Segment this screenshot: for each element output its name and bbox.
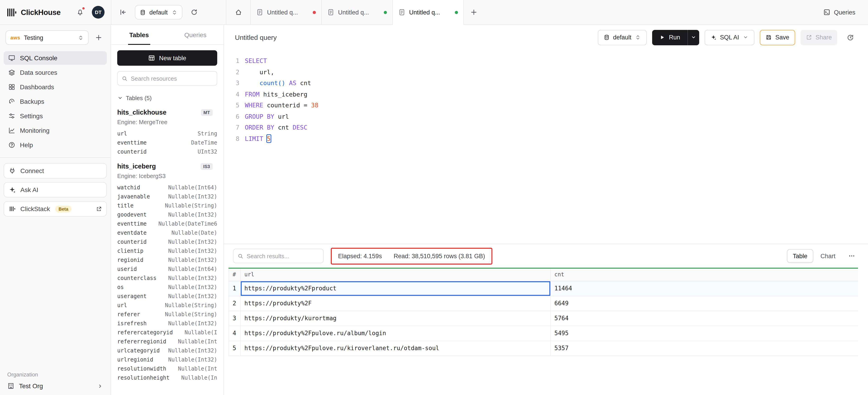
line-number: 2 [224,66,239,78]
column-header-num[interactable]: # [229,268,241,281]
share-icon [806,34,812,40]
sidebar-item-connect[interactable]: Connect [4,163,107,178]
sidebar-item-sql-console[interactable]: SQL Console [4,51,107,65]
column-name: referer [117,311,140,317]
search-resources-box [117,71,217,86]
url-cell[interactable]: https://produkty%2Fpulove.ru/kiroverlane… [241,341,551,356]
column-name: resolutionheight [117,375,169,381]
home-tab[interactable] [226,0,251,25]
query-tab[interactable]: Untitled q... [322,0,393,25]
sidebar-item-ask-ai[interactable]: Ask AI [4,182,107,198]
cnt-cell[interactable]: 11464 [551,281,858,296]
results-table: # url cnt 1https://produkty%2Fproduct114… [228,268,858,356]
share-button[interactable]: Share [801,30,837,45]
chevron-right-icon [97,383,103,389]
save-button-label: Save [775,34,789,41]
table-engine: Engine: IcebergS3 [117,173,217,179]
query-tab[interactable]: Untitled q... [393,0,464,25]
tables-section-toggle[interactable]: Tables (5) [117,95,217,102]
organization-selector[interactable]: Test Org [7,382,103,390]
plus-icon [470,9,477,16]
sidebar-item-clickstack[interactable]: ClickStackBeta [4,201,107,217]
text-cursor: 5 [267,135,271,142]
search-resources-input[interactable] [131,75,213,82]
new-tab-button[interactable] [467,6,480,19]
sql-editor[interactable]: 12345678 SELECT url, count() AS cntFROM … [224,50,868,244]
save-button[interactable]: Save [760,30,795,45]
add-service-button[interactable] [92,31,105,44]
row-number-cell[interactable]: 3 [229,311,241,326]
sidebar-item-label: Help [20,141,33,148]
tab-tables[interactable]: Tables [111,25,167,45]
column-type: Nullable(Int32) [168,320,217,327]
url-cell[interactable]: https://produkty%2Fpulove.ru/album/login [241,326,551,341]
refresh-button[interactable] [188,6,200,19]
row-number-cell[interactable]: 1 [229,281,241,296]
column-name: userid [117,266,137,272]
sidebar-item-help[interactable]: Help [4,138,107,152]
url-cell[interactable]: https://produkty%2Fproduct [241,281,551,296]
clickhouse-home-link[interactable]: ClickHouse [7,8,61,17]
new-table-button[interactable]: New table [117,50,217,66]
aws-logo: aws [10,35,20,40]
sidebar-item-backups[interactable]: Backups [4,95,107,108]
run-button[interactable]: Run [652,30,687,45]
cnt-cell[interactable]: 5495 [551,326,858,341]
column-name: urlregionid [117,357,153,363]
run-button-group: Run [652,30,699,45]
line-number: 8 [224,133,239,144]
column-name: urlcategoryid [117,347,160,354]
row-number-cell[interactable]: 5 [229,341,241,356]
url-cell[interactable]: https://produkty%2F [241,296,551,311]
column-type: Nullable(Int32) [168,293,217,300]
sidebar-item-dashboards[interactable]: Dashboards [4,80,107,94]
row-number-cell[interactable]: 4 [229,326,241,341]
column-type: Nullable(String) [165,202,217,209]
sidebar-item-settings[interactable]: Settings [4,109,107,123]
query-tab-label: Untitled q... [267,9,309,16]
cnt-cell[interactable]: 5764 [551,311,858,326]
query-tab[interactable]: Untitled q... [251,0,322,25]
explorer-tabs: Tables Queries [111,25,223,45]
collapse-panel-button[interactable] [117,6,129,19]
annotation-highlight-box: Elapsed: 4.159s Read: 38,510,595 rows (3… [331,248,492,264]
query-history-button[interactable] [843,30,858,45]
sidebar-item-monitoring[interactable]: Monitoring [4,124,107,137]
line-number: 3 [224,78,239,89]
run-options-button[interactable] [687,30,699,45]
schema-list: hits_clickhouseMTEngine: MergeTreeurlStr… [111,102,223,395]
main-area: Untitled query default Run [224,25,868,395]
table-row: 2https://produkty%2F6649 [229,296,858,311]
column-header-cnt[interactable]: cnt [551,268,858,281]
search-results-input[interactable] [247,253,319,259]
cnt-cell[interactable]: 5357 [551,341,858,356]
tab-queries[interactable]: Queries [167,25,223,45]
url-cell[interactable]: https://produkty/kurortmag [241,311,551,326]
view-chart-button[interactable]: Chart [815,249,841,263]
topbar-database-selector[interactable]: default [135,5,182,20]
queries-button[interactable]: Queries [817,5,861,20]
document-icon [327,9,335,16]
plus-icon [95,34,102,41]
play-icon [659,34,665,40]
column-item: isrefreshNullable(Int32) [117,319,217,328]
code-line: GROUP BY url [245,111,868,122]
sidebar-item-data-sources[interactable]: Data sources [4,66,107,79]
user-avatar[interactable]: DT [92,6,104,19]
column-name: url [117,302,127,309]
sql-ai-selector[interactable]: SQL AI [705,30,755,45]
table-item-hits-clickhouse[interactable]: hits_clickhouseMT [117,109,217,116]
data-sources-icon [8,69,16,76]
notifications-button[interactable] [74,6,87,19]
row-number-cell[interactable]: 2 [229,296,241,311]
table-item-hits-iceberg[interactable]: hits_icebergIS3 [117,163,217,170]
column-header-url[interactable]: url [241,268,551,281]
results-more-button[interactable] [845,250,858,262]
cnt-cell[interactable]: 6649 [551,296,858,311]
workspace-selector[interactable]: aws Testing [5,30,89,45]
column-type: Nullable(Int [178,366,217,372]
topbar-database-section: default [111,0,226,25]
editor-database-selector[interactable]: default [598,30,647,45]
tab-status-dot [313,11,316,14]
view-table-button[interactable]: Table [787,249,813,263]
